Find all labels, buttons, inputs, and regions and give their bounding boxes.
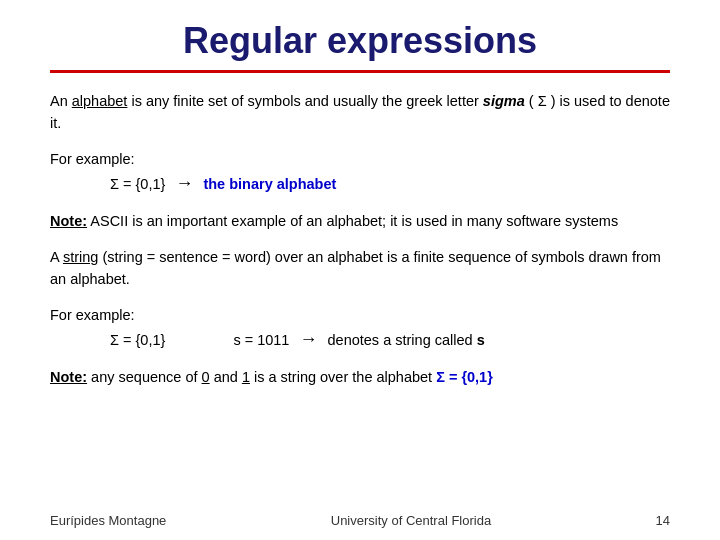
example2-indent: Σ = {0,1} s = 1011 → denotes a string ca…: [110, 326, 670, 353]
string-keyword: string: [63, 249, 98, 265]
alphabet-text-mid: is any finite set of symbols and usually…: [127, 93, 482, 109]
alphabet-text-pre: An: [50, 93, 72, 109]
example2-sigma: Σ = {0,1}: [110, 332, 165, 348]
slide: Regular expressions An alphabet is any f…: [0, 0, 720, 540]
example2-result-text: denotes a string called: [328, 332, 477, 348]
final-note-sigma: Σ = {0,1}: [436, 369, 493, 385]
final-note-pre: any sequence of: [87, 369, 201, 385]
final-note-label: Note:: [50, 369, 87, 385]
example1-result: the binary alphabet: [203, 176, 336, 192]
example2-result-bold: s: [477, 332, 485, 348]
slide-footer: Eurípides Montagne University of Central…: [0, 513, 720, 528]
example2-label: For example:: [50, 305, 670, 327]
example1-arrow-icon: →: [175, 173, 193, 193]
footer-institution: University of Central Florida: [331, 513, 491, 528]
string-text-pre: A: [50, 249, 63, 265]
slide-content: An alphabet is any finite set of symbols…: [50, 91, 670, 389]
alphabet-keyword: alphabet: [72, 93, 128, 109]
final-note-zero: 0: [202, 369, 210, 385]
ascii-note-label: Note:: [50, 213, 87, 229]
example1-sigma: Σ = {0,1}: [110, 176, 165, 192]
example2-block: For example: Σ = {0,1} s = 1011 → denote…: [50, 305, 670, 354]
ascii-paragraph: Note: ASCII is an important example of a…: [50, 211, 670, 233]
example2-arrow-icon: →: [299, 329, 317, 349]
example1-block: For example: Σ = {0,1} → the binary alph…: [50, 149, 670, 198]
slide-title: Regular expressions: [50, 20, 670, 73]
footer-author: Eurípides Montagne: [50, 513, 166, 528]
sigma-word: sigma: [483, 93, 525, 109]
final-note-paragraph: Note: any sequence of 0 and 1 is a strin…: [50, 367, 670, 389]
final-note-and: and: [210, 369, 242, 385]
example1-indent: Σ = {0,1} → the binary alphabet: [110, 170, 670, 197]
example2-s-value: s = 1011: [233, 332, 289, 348]
final-note-post: is a string over the alphabet: [250, 369, 436, 385]
final-note-one: 1: [242, 369, 250, 385]
alphabet-paragraph: An alphabet is any finite set of symbols…: [50, 91, 670, 135]
string-text-post: (string = sentence = word) over an alpha…: [50, 249, 661, 287]
example1-label: For example:: [50, 149, 670, 171]
string-paragraph: A string (string = sentence = word) over…: [50, 247, 670, 291]
footer-page-number: 14: [656, 513, 670, 528]
ascii-note-text: ASCII is an important example of an alph…: [90, 213, 618, 229]
